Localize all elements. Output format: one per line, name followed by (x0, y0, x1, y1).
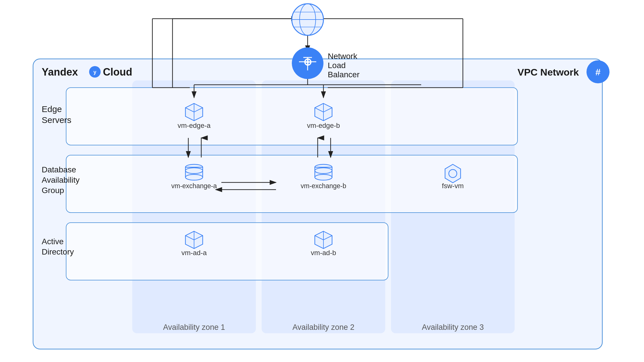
svg-text:Availability: Availability (42, 176, 80, 184)
svg-text:Cloud: Cloud (103, 66, 132, 78)
svg-text:y: y (93, 69, 96, 75)
svg-text:vm-ad-a: vm-ad-a (181, 249, 207, 257)
diagram-svg: Availability zone 1 Availability zone 2 … (0, 0, 644, 362)
svg-text:Availability zone 3: Availability zone 3 (422, 323, 484, 332)
svg-text:⊕: ⊕ (303, 56, 312, 68)
svg-text:Availability zone 1: Availability zone 1 (163, 323, 225, 332)
svg-text:Servers: Servers (42, 115, 71, 125)
svg-text:Database: Database (42, 165, 76, 174)
svg-point-60 (185, 174, 203, 180)
svg-text:VPC Network: VPC Network (518, 67, 579, 78)
svg-text:fsw-vm: fsw-vm (442, 182, 464, 190)
svg-text:Balancer: Balancer (328, 70, 360, 79)
svg-text:#: # (595, 67, 601, 77)
svg-text:vm-edge-a: vm-edge-a (178, 122, 211, 129)
svg-text:vm-edge-b: vm-edge-b (307, 122, 340, 129)
svg-rect-6 (66, 223, 388, 280)
svg-rect-4 (66, 88, 518, 145)
svg-text:vm-exchange-a: vm-exchange-a (171, 182, 217, 190)
svg-point-69 (449, 170, 457, 178)
svg-text:Load: Load (328, 61, 346, 70)
svg-text:Group: Group (42, 186, 64, 195)
canvas: Availability zone 1 Availability zone 2 … (0, 0, 644, 362)
svg-text:Active: Active (42, 237, 64, 246)
svg-text:Network: Network (328, 52, 358, 61)
svg-text:Yandex: Yandex (42, 66, 78, 78)
svg-text:vm-ad-b: vm-ad-b (311, 249, 336, 257)
svg-point-65 (315, 174, 332, 180)
svg-point-61 (185, 168, 203, 174)
svg-point-66 (315, 168, 332, 174)
svg-text:Edge: Edge (42, 104, 62, 114)
svg-text:Availability zone 2: Availability zone 2 (292, 323, 354, 332)
svg-text:Directory: Directory (42, 247, 74, 256)
svg-text:vm-exchange-b: vm-exchange-b (301, 182, 346, 190)
